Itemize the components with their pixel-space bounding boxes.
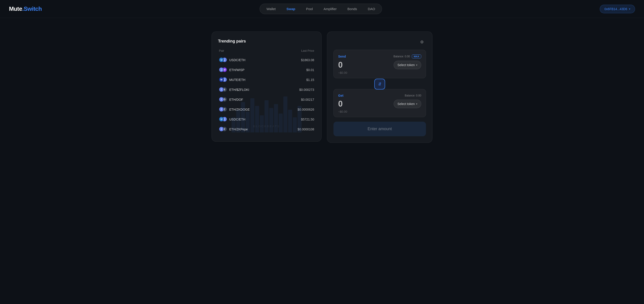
pair-row[interactable]: Ξ D ETH/DOF $0.00217 (218, 95, 315, 105)
pair-left: Ξ W ETH/WISP (219, 67, 244, 73)
logo-mute: Mute (9, 6, 22, 12)
send-section: Send Balance: 0.00 MAX 0 Select token ▾ … (334, 50, 426, 78)
get-section: Get Balance: 0.00 0 Select token ▾ ~$0.0… (334, 89, 426, 117)
pair-price: $5721.50 (301, 118, 314, 121)
pair-left: M Ξ MUTE/ETH (219, 77, 246, 83)
get-select-token-button[interactable]: Select token ▾ (394, 100, 421, 108)
send-usd-value: ~$0.00 (338, 71, 421, 74)
token-icon-1: Ξ (219, 87, 224, 92)
pair-left: Ξ Z ETH/ZKDOGE (219, 107, 250, 112)
get-amount: 0 (338, 99, 343, 109)
pair-name: MUTE/ETH (229, 78, 246, 82)
trending-pairs-card: BLOCKBEATS Trending pairs Pair Last Pric… (212, 32, 322, 142)
pair-price: $1.15 (306, 78, 314, 82)
header: Mute . Switch WalletSwapPoolAmplifierBon… (0, 0, 644, 18)
pair-name: ETH/ZKDOGE (229, 108, 250, 111)
nav-item-amplifier[interactable]: Amplifier (319, 5, 342, 13)
pair-left: U Ξ USDC/ETH (219, 57, 246, 63)
wallet-address: 0x6FB14...43D6 (604, 7, 627, 11)
get-balance-info: Balance: 0.00 (405, 94, 421, 97)
send-label: Send (338, 55, 346, 58)
token-icon-1: M (219, 77, 224, 82)
token-icons: U Ξ (219, 57, 227, 63)
get-section-middle: 0 Select token ▾ (338, 99, 421, 109)
main-nav: WalletSwapPoolAmplifierBondsDAO (260, 4, 382, 14)
pairs-list: U Ξ USDC/ETH $1863.08 Ξ W ETH/WISP $0.01… (218, 55, 315, 134)
get-select-token-label: Select token (398, 102, 415, 106)
logo[interactable]: Mute . Switch (9, 6, 42, 12)
pair-price: $1863.08 (301, 58, 314, 62)
col-pair: Pair (219, 49, 224, 52)
pair-row[interactable]: Ξ $ ETH/$ZFLOKI $0.000273 (218, 85, 315, 95)
token-icons: Ξ $ (219, 87, 227, 92)
nav-item-bonds[interactable]: Bonds (342, 5, 362, 13)
nav-item-dao[interactable]: DAO (363, 5, 380, 13)
pair-price: $0.0000626 (298, 108, 314, 111)
enter-amount-button[interactable]: Enter amount (334, 122, 426, 136)
pair-left: U Ξ USDC/ETH (219, 117, 246, 122)
pair-price: $0.000273 (299, 88, 314, 91)
pair-left: Ξ D ETH/DOF (219, 97, 243, 102)
get-usd-value: ~$0.00 (338, 110, 421, 113)
pair-row[interactable]: U Ξ USDC/ETH $1863.08 (218, 55, 315, 65)
get-label: Get (338, 94, 343, 97)
nav-item-swap[interactable]: Swap (282, 5, 300, 13)
max-button[interactable]: MAX (412, 54, 421, 58)
token-icon-1: Ξ (219, 127, 224, 131)
token-icons: Ξ W (219, 67, 227, 73)
token-icon-1: U (219, 117, 224, 122)
send-balance-info: Balance: 0.00 MAX (394, 54, 421, 58)
swap-arrows-icon: ⇵ (378, 82, 382, 87)
pair-row[interactable]: Ξ W ETH/WISP $0.01 (218, 65, 315, 75)
send-section-top: Send Balance: 0.00 MAX (338, 54, 421, 58)
token-icons: Ξ Z (219, 127, 227, 132)
swap-header: ⚙ (334, 38, 426, 46)
pair-row[interactable]: M Ξ MUTE/ETH $1.15 (218, 75, 315, 85)
pair-price: $0.00217 (301, 98, 314, 101)
token-icon-1: U (219, 57, 224, 62)
col-price: Last Price (301, 49, 314, 52)
send-token-chevron-icon: ▾ (416, 64, 418, 67)
get-section-top: Get Balance: 0.00 (338, 94, 421, 97)
swap-divider: ⇵ (334, 79, 426, 89)
swap-card: ⚙ Send Balance: 0.00 MAX 0 Select token … (327, 32, 432, 143)
pair-name: ETH/WISP (229, 68, 244, 72)
token-icons: U Ξ (219, 117, 227, 122)
get-token-chevron-icon: ▾ (416, 102, 418, 105)
table-header: Pair Last Price (218, 49, 315, 52)
pair-row[interactable]: U Ξ USDC/ETH $5721.50 (218, 114, 315, 124)
nav-item-pool[interactable]: Pool (301, 5, 318, 13)
pair-left: Ξ Z ETH/ZKPepe (219, 127, 248, 132)
token-icon-1: Ξ (219, 107, 224, 112)
pair-left: Ξ $ ETH/$ZFLOKI (219, 87, 249, 92)
trending-title: Trending pairs (218, 39, 315, 44)
pair-name: USDC/ETH (229, 118, 246, 121)
watermark: BLOCKBEATS (253, 124, 280, 128)
send-amount: 0 (338, 60, 343, 70)
wallet-chevron-icon: ▾ (629, 8, 630, 11)
logo-dot: . (22, 6, 24, 12)
get-balance: Balance: 0.00 (405, 94, 421, 97)
pair-name: USDC/ETH (229, 58, 246, 62)
pair-row[interactable]: Ξ Z ETH/ZKDOGE $0.0000626 (218, 105, 315, 114)
send-balance: Balance: 0.00 (394, 55, 410, 58)
pair-price: $0.01 (306, 68, 314, 72)
token-icons: Ξ D (219, 97, 227, 102)
nav-item-wallet[interactable]: Wallet (262, 5, 281, 13)
token-icon-1: Ξ (219, 97, 224, 102)
pair-name: ETH/ZKPepe (229, 127, 248, 131)
settings-button[interactable]: ⚙ (418, 38, 426, 46)
send-section-middle: 0 Select token ▾ (338, 60, 421, 70)
logo-switch: Switch (24, 6, 42, 12)
swap-direction-button[interactable]: ⇵ (374, 79, 385, 89)
send-select-token-label: Select token (398, 63, 415, 67)
send-select-token-button[interactable]: Select token ▾ (394, 61, 421, 69)
token-icons: M Ξ (219, 77, 227, 83)
main-content: BLOCKBEATS Trending pairs Pair Last Pric… (0, 18, 644, 156)
pair-name: ETH/$ZFLOKI (229, 88, 249, 91)
pair-price: $0.0000108 (298, 127, 314, 131)
pair-name: ETH/DOF (229, 98, 243, 101)
token-icon-1: Ξ (219, 67, 224, 72)
wallet-button[interactable]: 0x6FB14...43D6 ▾ (600, 5, 635, 13)
token-icons: Ξ Z (219, 107, 227, 112)
